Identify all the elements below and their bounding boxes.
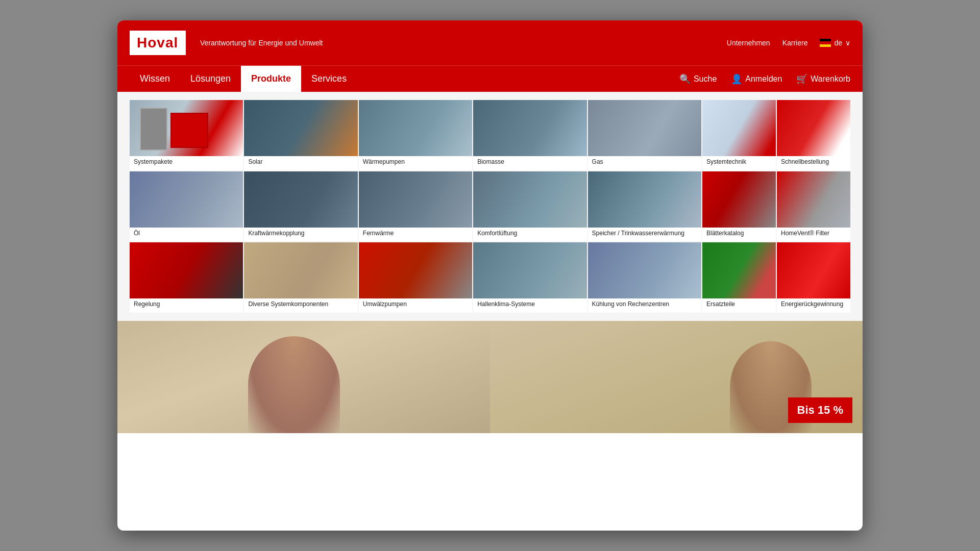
language-selector[interactable]: de ∨ <box>820 39 850 47</box>
promo-left[interactable] <box>117 321 490 433</box>
product-label-kuehlung: Kühlung von Rechenzentren <box>588 298 701 313</box>
product-label-solar: Solar <box>244 156 357 170</box>
nav-menu: Wissen Lösungen Produkte Services <box>130 66 679 92</box>
product-label-umwaelz: Umwälzpumpen <box>359 298 472 313</box>
promo-section: Bis 15 % <box>117 321 863 433</box>
product-label-regelung: Regelung <box>130 298 243 313</box>
products-section: Systempakete Solar Wärmepumpen Biomasse … <box>117 92 863 321</box>
product-label-ersatzteile: Ersatzteile <box>702 298 776 313</box>
product-label-diverse: Diverse Systemkomponenten <box>244 298 357 313</box>
promo-badge: Bis 15 % <box>788 397 853 423</box>
product-homevent[interactable]: HomeVent® Filter <box>777 171 850 242</box>
product-oel[interactable]: Öl <box>130 171 243 242</box>
user-icon: 👤 <box>731 73 742 85</box>
unternehmen-link[interactable]: Unternehmen <box>727 39 770 47</box>
nav-bar: Wissen Lösungen Produkte Services 🔍 Such… <box>117 65 863 92</box>
product-kwk[interactable]: Kraftwärmekopplung <box>244 171 357 242</box>
logo[interactable]: Hoval <box>130 31 186 55</box>
product-kuehlung[interactable]: Kühlung von Rechenzentren <box>588 242 701 313</box>
product-label-energie: Energierückgewinnung <box>777 298 850 313</box>
browser-frame: Hoval Verantwortung für Energie und Umwe… <box>117 20 863 531</box>
product-regelung[interactable]: Regelung <box>130 242 243 313</box>
product-label-homevent: HomeVent® Filter <box>777 228 850 242</box>
cart-button[interactable]: 🛒 Warenkorb <box>796 73 850 85</box>
search-icon: 🔍 <box>679 73 691 85</box>
cart-icon: 🛒 <box>796 73 807 85</box>
search-button[interactable]: 🔍 Suche <box>679 73 717 85</box>
product-label-biomasse: Biomasse <box>473 156 586 170</box>
nav-item-wissen[interactable]: Wissen <box>130 66 180 92</box>
nav-actions: 🔍 Suche 👤 Anmelden 🛒 Warenkorb <box>679 73 850 85</box>
promo-right[interactable]: Bis 15 % <box>490 321 863 433</box>
product-systemtechnik[interactable]: Systemtechnik <box>702 100 776 170</box>
nav-item-loesungen[interactable]: Lösungen <box>180 66 241 92</box>
flag-icon <box>820 39 831 47</box>
lang-arrow: ∨ <box>845 39 850 47</box>
product-waermepumpen[interactable]: Wärmepumpen <box>359 100 472 170</box>
product-solar[interactable]: Solar <box>244 100 357 170</box>
login-button[interactable]: 👤 Anmelden <box>731 73 782 85</box>
product-label-oel: Öl <box>130 228 243 242</box>
product-speicher[interactable]: Speicher / Trinkwassererwärmung <box>588 171 701 242</box>
product-label-systempakete: Systempakete <box>130 156 243 170</box>
product-diverse[interactable]: Diverse Systemkomponenten <box>244 242 357 313</box>
product-label-gas: Gas <box>588 156 701 170</box>
product-ersatzteile[interactable]: Ersatzteile <box>702 242 776 313</box>
product-blaetterkatalog[interactable]: Blätterkatalog <box>702 171 776 242</box>
product-label-schnellbestellung: Schnellbestellung <box>777 156 850 170</box>
side-products-grid: Systemtechnik Schnellbestellung Blätterk… <box>702 100 850 313</box>
main-products-grid: Systempakete Solar Wärmepumpen Biomasse … <box>130 100 701 313</box>
lang-label: de <box>834 39 842 47</box>
product-umwaelz[interactable]: Umwälzpumpen <box>359 242 472 313</box>
product-label-blaetterkatalog: Blätterkatalog <box>702 228 776 242</box>
product-komfortlueftung[interactable]: Komfortlüftung <box>473 171 586 242</box>
product-schnellbestellung[interactable]: Schnellbestellung <box>777 100 850 170</box>
tagline: Verantwortung für Energie und Umwelt <box>200 39 727 47</box>
top-bar: Hoval Verantwortung für Energie und Umwe… <box>117 20 863 65</box>
nav-item-produkte[interactable]: Produkte <box>241 66 301 92</box>
logo-text: Hoval <box>137 35 178 51</box>
product-energie[interactable]: Energierückgewinnung <box>777 242 850 313</box>
product-label-speicher: Speicher / Trinkwassererwärmung <box>588 228 701 242</box>
product-label-hallen: Hallenklima-Systeme <box>473 298 586 313</box>
karriere-link[interactable]: Karriere <box>782 39 808 47</box>
product-systempakete[interactable]: Systempakete <box>130 100 243 170</box>
product-label-fernwaerme: Fernwärme <box>359 228 472 242</box>
top-right-links: Unternehmen Karriere de ∨ <box>727 39 850 47</box>
product-label-kwk: Kraftwärmekopplung <box>244 228 357 242</box>
product-label-systemtechnik: Systemtechnik <box>702 156 776 170</box>
product-fernwaerme[interactable]: Fernwärme <box>359 171 472 242</box>
product-hallen[interactable]: Hallenklima-Systeme <box>473 242 586 313</box>
product-gas[interactable]: Gas <box>588 100 701 170</box>
product-label-waermepumpen: Wärmepumpen <box>359 156 472 170</box>
product-label-komfortlueftung: Komfortlüftung <box>473 228 586 242</box>
product-biomasse[interactable]: Biomasse <box>473 100 586 170</box>
nav-item-services[interactable]: Services <box>301 66 357 92</box>
